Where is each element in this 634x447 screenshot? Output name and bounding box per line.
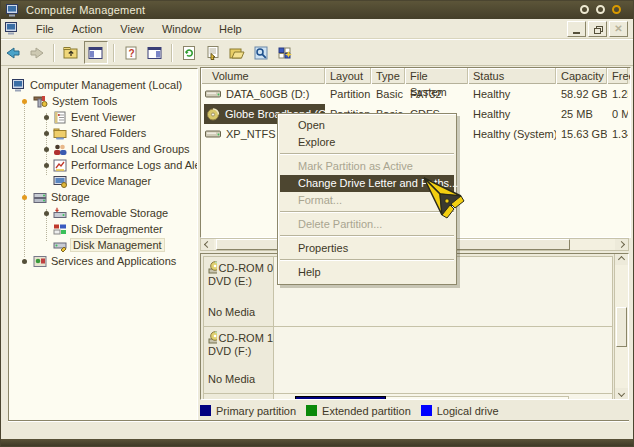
chevron-left-icon (204, 241, 211, 248)
tree-item-device-manager[interactable]: Device Manager (53, 173, 151, 189)
panel-bottom-edge (8, 420, 629, 421)
tree-item-removable-storage[interactable]: Removable Storage (53, 205, 168, 221)
tree-item-storage[interactable]: Storage (33, 189, 90, 205)
volume-fs: FAT32 (405, 84, 468, 104)
restore-button[interactable] (588, 21, 607, 37)
tree-bullet (44, 211, 49, 216)
back-icon[interactable] (2, 42, 24, 63)
tree-item-label: Event Viewer (71, 111, 136, 123)
device-media-status: No Media (208, 306, 255, 318)
tree-item-services-and-applications[interactable]: Services and Applications (33, 253, 176, 269)
primary-partition-bar[interactable] (295, 396, 386, 400)
tree-item-performance-logs[interactable]: Performance Logs and Alerts (53, 157, 198, 173)
search-icon[interactable] (250, 42, 272, 63)
show-hide-action-pane-icon[interactable] (144, 42, 166, 63)
logical-drive-swatch (421, 405, 432, 416)
svg-text:?: ? (129, 47, 135, 58)
device-name: CD-ROM 0 (219, 262, 273, 274)
menu-separator (280, 235, 454, 237)
tree-item-label: Storage (51, 191, 90, 203)
forward-icon[interactable] (26, 42, 48, 63)
computer-icon (6, 4, 20, 17)
column-header-capacity[interactable]: Capacity (556, 68, 607, 84)
column-header-status[interactable]: Status (468, 68, 556, 84)
tree-bullet[interactable] (22, 99, 27, 104)
minimize-icon (573, 32, 580, 34)
titlebar-buttons (580, 5, 621, 14)
menu-item-open[interactable]: Open (278, 117, 456, 134)
scroll-left-button[interactable] (201, 239, 214, 250)
tree-item-event-viewer[interactable]: Event Viewer (53, 109, 136, 125)
menu-help[interactable]: Help (210, 21, 251, 37)
refresh-icon[interactable] (178, 42, 200, 63)
tree-item-local-users-and-groups[interactable]: Local Users and Groups (53, 141, 190, 157)
device-row-partial[interactable] (203, 393, 613, 400)
column-header-free[interactable]: Free (607, 68, 628, 84)
tree-item-disk-management[interactable]: Disk Management (53, 237, 164, 253)
device-row-cdrom1[interactable]: CD-ROM 1 DVD (F:) No Media (203, 326, 613, 394)
menu-file[interactable]: File (27, 21, 63, 37)
tree-item-label: Local Users and Groups (71, 143, 190, 155)
volume-name: DATA_60GB (D:) (226, 84, 309, 104)
tree-item-label: Computer Management (Local) (30, 79, 182, 91)
menu-window[interactable]: Window (153, 21, 210, 37)
device-label-cell[interactable]: CD-ROM 1 DVD (F:) No Media (204, 327, 274, 393)
properties-page-icon[interactable] (202, 42, 224, 63)
volume-capacity: 58.92 GB (556, 84, 607, 104)
vertical-scroll-thumb[interactable] (616, 307, 627, 347)
volume-row[interactable]: DATA_60GB (D:) Partition Basic FAT32 Hea… (201, 84, 630, 104)
tree-item-disk-defragmenter[interactable]: Disk Defragmenter (53, 221, 163, 237)
legend-label: Primary partition (216, 405, 296, 417)
titlebar-circle-button[interactable] (580, 5, 589, 14)
menu-view[interactable]: View (111, 21, 153, 37)
tree-bullet (44, 115, 49, 120)
cursor-icon (421, 175, 467, 219)
column-header-type[interactable]: Type (371, 68, 405, 84)
graphical-view-icon[interactable] (274, 42, 296, 63)
menu-item-help[interactable]: Help (278, 264, 456, 281)
menu-item-explore[interactable]: Explore (278, 134, 456, 151)
menu-action[interactable]: Action (63, 21, 112, 37)
event-viewer-icon (53, 111, 67, 124)
minimize-button[interactable] (567, 21, 586, 37)
menu-item-properties[interactable]: Properties (278, 240, 456, 257)
titlebar[interactable]: Computer Management (1, 1, 633, 19)
volume-status: Healthy (System) (468, 124, 556, 144)
device-label-cell[interactable]: CD-ROM 0 DVD (E:) No Media (204, 257, 274, 326)
cd-icon (206, 108, 221, 121)
titlebar-circle-button[interactable] (596, 5, 605, 14)
tree-item-shared-folders[interactable]: Shared Folders (53, 125, 146, 141)
tree-item-label: Removable Storage (71, 207, 168, 219)
device-manager-icon (53, 175, 67, 188)
scroll-up-button[interactable] (615, 254, 628, 265)
show-hide-console-tree-icon[interactable] (84, 41, 108, 64)
chevron-down-icon (618, 390, 625, 397)
tree-bullet[interactable] (22, 195, 27, 200)
up-one-level-icon[interactable] (60, 42, 82, 63)
scroll-right-button[interactable] (615, 239, 628, 250)
device-media-status: No Media (208, 373, 255, 385)
restore-icon (594, 26, 602, 33)
extended-partition-swatch (306, 405, 317, 416)
column-header-layout[interactable]: Layout (325, 68, 371, 84)
device-drive-letter: DVD (E:) (208, 275, 273, 287)
tree-bullet[interactable] (22, 259, 27, 264)
toolbar-separator (113, 44, 115, 62)
column-header-volume[interactable]: Volume (201, 68, 325, 84)
open-folder-icon[interactable] (226, 42, 248, 63)
vertical-scrollbar[interactable] (614, 254, 628, 399)
console-icon (5, 22, 19, 35)
cdrom-drive-icon (208, 261, 217, 274)
column-header-file-system[interactable]: File System (405, 68, 468, 84)
tree-item-computer-management[interactable]: Computer Management (Local) (12, 77, 182, 93)
device-label-cell[interactable] (204, 394, 274, 400)
close-button[interactable]: ✕ (609, 21, 628, 37)
tree-bullet (44, 163, 49, 168)
titlebar-circle-button-amber[interactable] (612, 5, 621, 14)
scroll-down-button[interactable] (615, 388, 628, 399)
context-help-icon[interactable]: ? (120, 42, 142, 63)
volume-layout: Partition (325, 84, 371, 104)
legend-item: Logical drive (421, 405, 499, 417)
volume-capacity: 15.63 GB (556, 124, 607, 144)
tree-item-system-tools[interactable]: System Tools (33, 93, 117, 109)
